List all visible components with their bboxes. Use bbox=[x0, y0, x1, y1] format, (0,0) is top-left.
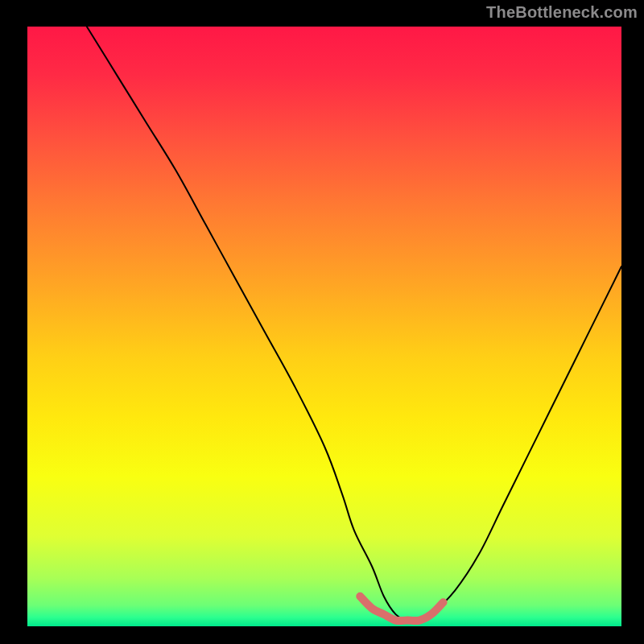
chart-area bbox=[27, 26, 622, 627]
bottleneck-chart bbox=[27, 27, 621, 626]
outer-frame: TheBottleneck.com bbox=[0, 0, 644, 644]
watermark-label: TheBottleneck.com bbox=[486, 3, 638, 22]
heat-gradient-background bbox=[27, 27, 621, 626]
